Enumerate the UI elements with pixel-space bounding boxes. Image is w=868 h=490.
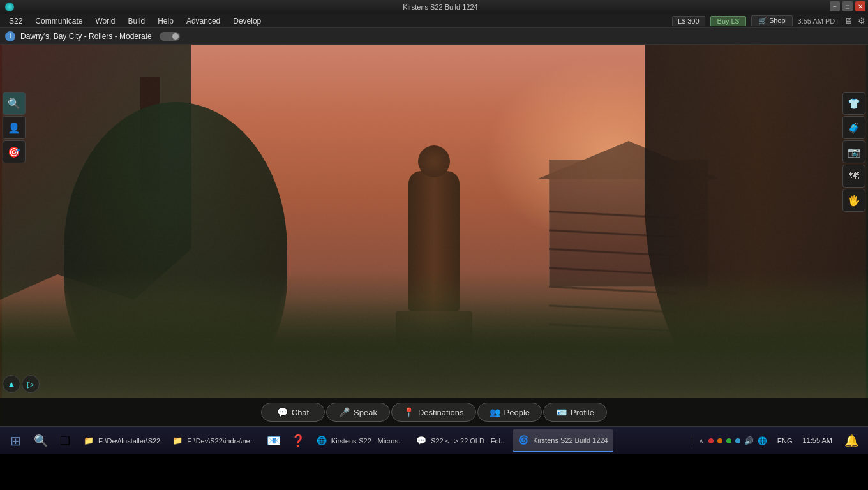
- kirstens-main-label: Kirstens S22 Build 1224: [533, 436, 608, 444]
- speak-label: Speak: [354, 408, 377, 417]
- location-text: Dawny's, Bay City - Rollers - Moderate: [20, 32, 152, 41]
- tray-dot-blue: [735, 438, 740, 443]
- search-windows-icon: 🔍: [34, 434, 48, 448]
- buy-button[interactable]: Buy L$: [710, 16, 746, 26]
- notification-bell-icon: 🔔: [844, 434, 858, 448]
- avatar-tool-button[interactable]: 👤: [3, 116, 26, 139]
- bottom-toolbar: 💬 Chat 🎤 Speak 📍 Destinations 👥 People 🪪…: [0, 398, 868, 426]
- menu-right: L$ 300 Buy L$ 🛒 Shop 3:55 AM PDT 🖥 ⚙: [672, 15, 865, 26]
- profile-card-icon: 🪪: [556, 407, 567, 417]
- taskbar-app-explorer2[interactable]: 📁 E:\Dev\S22\indra\ne...: [167, 429, 261, 452]
- profile-label: Profile: [571, 408, 594, 417]
- titlebar: Kirstens S22 Build 1224 − □ ✕: [0, 0, 868, 14]
- sidebar-left: 🔍 👤 🎯: [0, 89, 28, 166]
- taskbar-app-s22chat[interactable]: 💬 S22 <--> 22 OLD - Fol...: [410, 429, 511, 452]
- explorer1-label: E:\Dev\Installer\S22: [98, 437, 160, 445]
- window-controls: − □ ✕: [830, 1, 865, 11]
- minimap-tool-button[interactable]: 🎯: [3, 140, 26, 163]
- tray-dot-red: [708, 438, 714, 443]
- menu-develop[interactable]: Develop: [227, 15, 267, 27]
- info-icon: i: [5, 31, 15, 41]
- explorer1-icon: 📁: [83, 435, 94, 447]
- taskbar-app-kirstens-main[interactable]: 🌀 Kirstens S22 Build 1224: [513, 429, 613, 452]
- taskbar-app-explorer1[interactable]: 📁 E:\Dev\Installer\S22: [78, 429, 165, 452]
- monitor-icon[interactable]: 🖥: [844, 16, 853, 26]
- taskbar-search-icon[interactable]: 🔍: [29, 429, 52, 452]
- start-button[interactable]: ⊞: [3, 429, 28, 452]
- outlook-icon: 📧: [267, 434, 281, 448]
- show-desktop-button[interactable]: 🔔: [840, 429, 863, 452]
- profile-button[interactable]: 🪪 Profile: [543, 403, 607, 422]
- destinations-label: Destinations: [418, 408, 464, 417]
- windows-logo-icon: ⊞: [10, 433, 21, 449]
- taskbar-taskview-icon[interactable]: ❑: [54, 429, 77, 452]
- menu-world[interactable]: World: [89, 15, 121, 27]
- people-button[interactable]: 👥 People: [477, 403, 542, 422]
- app-icon: [5, 3, 14, 11]
- network-icon[interactable]: 🌐: [758, 436, 767, 445]
- taskbar-app-kirstens-ms[interactable]: 🌐 Kirstens-S22 - Micros...: [311, 429, 409, 452]
- clock-area[interactable]: 11:55 AM: [798, 436, 837, 445]
- search-icon: 🔍: [8, 98, 20, 110]
- move-forward-button[interactable]: ▲: [3, 375, 20, 393]
- chat-button[interactable]: 💬 Chat: [261, 403, 325, 422]
- language-button[interactable]: ENG: [775, 436, 795, 446]
- menu-communicate[interactable]: Communicate: [29, 15, 89, 27]
- volume-icon[interactable]: 🔊: [744, 436, 754, 445]
- search-tool-button[interactable]: 🔍: [3, 92, 26, 115]
- menu-build[interactable]: Build: [122, 15, 152, 27]
- s22chat-icon: 💬: [415, 435, 427, 447]
- expand-tray-button[interactable]: ∧: [698, 436, 705, 445]
- rating-toggle[interactable]: [160, 32, 180, 41]
- explorer2-label: E:\Dev\S22\indra\ne...: [187, 437, 256, 445]
- clock-time: 11:55 AM: [803, 436, 832, 445]
- mist: [0, 347, 868, 398]
- window-title: Kirstens S22 Build 1224: [18, 3, 863, 11]
- menu-s22[interactable]: S22: [3, 15, 29, 27]
- bag-icon: 🧳: [848, 122, 860, 134]
- destinations-button[interactable]: 📍 Destinations: [391, 403, 476, 422]
- shop-button[interactable]: 🛒 Shop: [751, 15, 793, 26]
- location-pin-icon: 📍: [403, 407, 414, 417]
- task-view-icon: ❑: [60, 434, 70, 448]
- snapshot-tool-button[interactable]: 📷: [842, 140, 865, 163]
- kirstens-ms-label: Kirstens-S22 - Micros...: [331, 437, 404, 445]
- minimize-button[interactable]: −: [830, 1, 840, 11]
- shirt-icon: 👕: [848, 98, 860, 110]
- tray-dot-orange: [717, 438, 722, 443]
- target-icon: 🎯: [8, 146, 20, 158]
- chat-icon: 💬: [277, 407, 288, 417]
- menu-advanced[interactable]: Advanced: [180, 15, 227, 27]
- settings-icon[interactable]: ⚙: [858, 16, 865, 26]
- maximize-button[interactable]: □: [842, 1, 853, 11]
- locationbar: i Dawny's, Bay City - Rollers - Moderate: [0, 28, 868, 45]
- appearance-tool-button[interactable]: 👕: [842, 92, 865, 115]
- people-icon: 👥: [490, 407, 500, 417]
- taskbar: ⊞ 🔍 ❑ 📁 E:\Dev\Installer\S22 📁 E:\Dev\S2…: [0, 426, 868, 454]
- gesture-tool-button[interactable]: 🖐: [842, 189, 865, 212]
- taskbar-outlook-icon[interactable]: 📧: [262, 429, 285, 452]
- kirstens-ms-icon: 🌐: [316, 435, 327, 447]
- inventory-tool-button[interactable]: 🧳: [842, 116, 865, 139]
- kirstens-main-icon: 🌀: [518, 434, 529, 446]
- system-tray: ∧ 🔊 🌐: [692, 436, 772, 445]
- map-icon: 🗺: [849, 170, 859, 182]
- taskbar-unknown-icon[interactable]: ❓: [287, 429, 310, 452]
- hand-icon: 🖐: [848, 195, 860, 207]
- menubar: S22 Communicate World Build Help Advance…: [0, 14, 868, 28]
- avatar-icon: 👤: [8, 122, 20, 134]
- unknown-app-icon: ❓: [291, 434, 305, 448]
- explorer2-icon: 📁: [172, 435, 183, 447]
- linden-balance: L$ 300: [672, 16, 705, 26]
- camera-icon: 📷: [848, 146, 860, 158]
- run-toggle-button[interactable]: ▷: [22, 375, 40, 393]
- time-display: 3:55 AM PDT: [798, 17, 839, 25]
- menu-help[interactable]: Help: [151, 15, 180, 27]
- move-area: ▲ ▷: [3, 375, 40, 393]
- speak-button[interactable]: 🎤 Speak: [326, 403, 390, 422]
- viewport: 🔍 👤 🎯 👕 🧳 📷 🗺 🖐 ▲ ▷ 💬: [0, 45, 868, 426]
- map-tool-button[interactable]: 🗺: [842, 165, 865, 188]
- chat-label: Chat: [292, 408, 309, 417]
- close-button[interactable]: ✕: [855, 1, 865, 11]
- microphone-icon: 🎤: [339, 407, 350, 417]
